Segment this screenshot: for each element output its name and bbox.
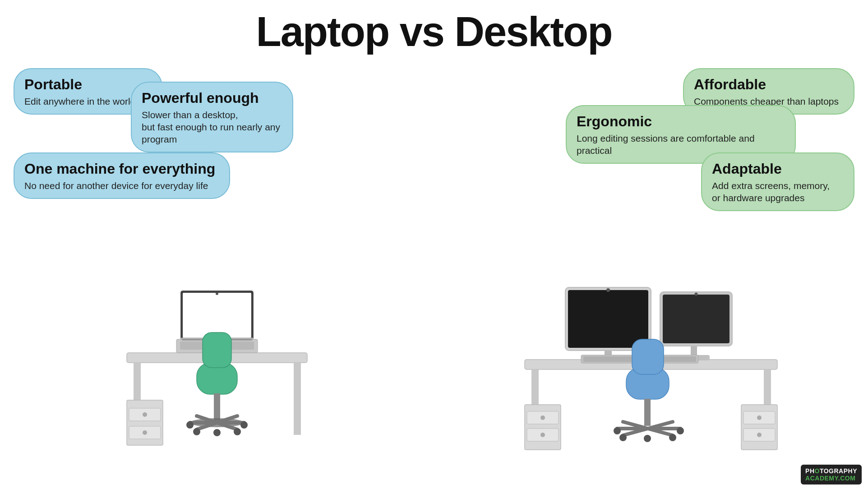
svg-point-37 — [757, 433, 762, 437]
svg-point-60 — [644, 435, 651, 442]
svg-rect-51 — [632, 339, 664, 374]
svg-point-30 — [540, 415, 545, 420]
svg-rect-11 — [183, 293, 251, 338]
svg-point-56 — [614, 427, 621, 434]
bubble-adaptable-sub: Add extra screens, memory, or hardware u… — [712, 180, 844, 204]
left-side: Portable Edit anywhere in the world Powe… — [0, 55, 434, 481]
bubble-one-machine-sub: No need for another device for everyday … — [24, 180, 219, 192]
svg-point-32 — [540, 433, 545, 437]
svg-point-58 — [619, 434, 627, 441]
svg-point-35 — [757, 415, 762, 420]
svg-point-47 — [695, 293, 698, 296]
svg-rect-52 — [644, 399, 651, 426]
svg-rect-46 — [663, 295, 729, 343]
bubble-powerful-sub: Slower than a desktop, but fast enough t… — [142, 109, 282, 146]
page-title: Laptop vs Desktop — [0, 0, 868, 55]
svg-point-22 — [193, 428, 200, 435]
svg-rect-14 — [203, 332, 231, 368]
svg-point-42 — [606, 288, 610, 292]
laptop-desk-illustration — [100, 265, 334, 481]
desktop-desk-illustration — [511, 265, 791, 481]
bubble-affordable-title: Affordable — [694, 75, 844, 94]
watermark: PHOTOGRAPHYACADEMY.COM — [801, 465, 862, 484]
svg-point-5 — [143, 412, 147, 417]
bubble-powerful-title: Powerful enough — [142, 89, 282, 108]
svg-point-59 — [669, 434, 676, 441]
bubble-adaptable-title: Adaptable — [712, 160, 844, 179]
bubble-one-machine: One machine for everything No need for a… — [14, 152, 230, 199]
content-area: Portable Edit anywhere in the world Powe… — [0, 55, 868, 481]
svg-rect-2 — [294, 363, 301, 435]
svg-rect-15 — [214, 393, 220, 420]
right-side: Affordable Components cheaper than lapto… — [434, 55, 868, 481]
svg-point-24 — [213, 429, 221, 436]
svg-point-7 — [143, 430, 147, 435]
svg-point-21 — [240, 421, 248, 429]
svg-point-12 — [216, 292, 218, 295]
svg-rect-41 — [568, 290, 648, 348]
svg-point-20 — [186, 421, 194, 429]
svg-point-57 — [677, 427, 684, 434]
bubble-powerful: Powerful enough Slower than a desktop, b… — [131, 82, 293, 152]
svg-point-23 — [234, 428, 241, 435]
bubble-one-machine-title: One machine for everything — [24, 160, 219, 179]
bubble-ergonomic-title: Ergonomic — [577, 112, 785, 131]
bubble-adaptable: Adaptable Add extra screens, memory, or … — [701, 152, 854, 211]
